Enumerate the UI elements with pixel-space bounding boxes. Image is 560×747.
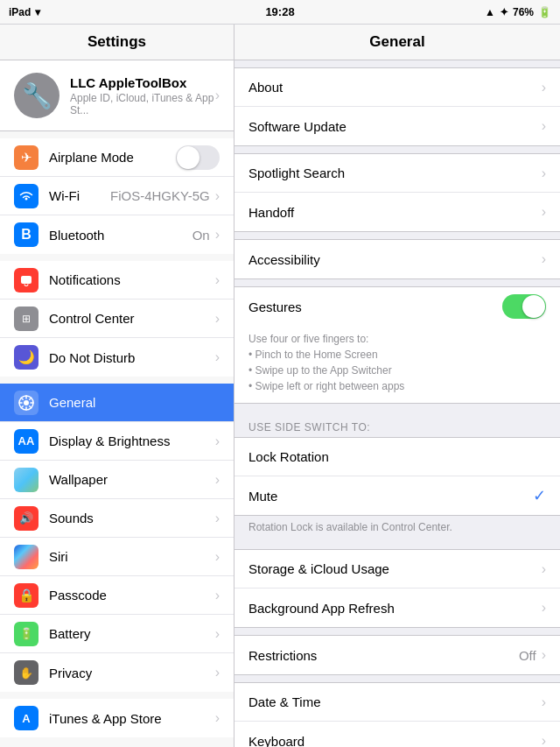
handoff-chevron-icon: › (542, 204, 546, 220)
itunes-chevron-icon: › (215, 710, 220, 726)
itunes-icon: A (14, 706, 38, 730)
passcode-icon: 🔒 (14, 583, 38, 608)
bluetooth-icon: B (14, 222, 38, 247)
privacy-icon: ✋ (14, 660, 38, 685)
sidebar-item-general[interactable]: General (0, 384, 234, 422)
accessibility-group: Accessibility › (234, 239, 560, 279)
bluetooth-value: On (192, 228, 210, 243)
gestures-section: Gestures Use four or five fingers to: • … (234, 286, 560, 404)
dnd-icon: 🌙 (14, 345, 38, 370)
store-group: A iTunes & App Store › (0, 699, 234, 737)
datetime-chevron-icon: › (542, 694, 546, 710)
svg-point-2 (24, 400, 29, 405)
control-center-label: Control Center (49, 311, 215, 326)
airplane-label: Airplane Mode (49, 150, 176, 165)
handoff-label: Handoff (248, 205, 542, 220)
restrictions-chevron-icon: › (542, 647, 546, 663)
wallpaper-icon (14, 468, 38, 492)
wallpaper-label: Wallpaper (49, 472, 215, 487)
profile-card[interactable]: 🔧 LLC AppleToolBox Apple ID, iCloud, iTu… (0, 60, 234, 131)
sidebar-item-passcode[interactable]: 🔒 Passcode › (0, 576, 234, 615)
dnd-label: Do Not Disturb (49, 350, 215, 365)
gestures-description: Use four or five fingers to: • Pinch to … (234, 326, 560, 403)
accessibility-chevron-icon: › (542, 251, 546, 267)
status-left: iPad ▾ (9, 6, 40, 18)
general-item-bg-refresh[interactable]: Background App Refresh › (234, 588, 560, 627)
general-item-keyboard[interactable]: Keyboard › (234, 722, 560, 747)
restrictions-group: Restrictions Off › (234, 635, 560, 675)
about-group: About › Software Update › (234, 67, 560, 146)
connectivity-group: ✈ Airplane Mode Wi-Fi FiOS-4HGKY-5G › (0, 138, 234, 254)
sidebar-item-wallpaper[interactable]: Wallpaper › (0, 461, 234, 499)
rotation-note: Rotation Lock is available in Control Ce… (234, 516, 560, 542)
general-item-restrictions[interactable]: Restrictions Off › (234, 636, 560, 674)
general-panel-header: General (234, 25, 560, 60)
sidebar-item-battery[interactable]: 🔋 Battery › (0, 615, 234, 653)
mute-item[interactable]: Mute ✓ (234, 476, 560, 515)
wifi-value: FiOS-4HGKY-5G (110, 188, 210, 203)
control-center-chevron-icon: › (215, 311, 220, 327)
wallpaper-chevron-icon: › (215, 472, 220, 488)
display-chevron-icon: › (215, 433, 220, 449)
main-settings-group: General AA Display & Brightness › Wallpa… (0, 384, 234, 692)
restrictions-value: Off (519, 648, 536, 663)
sidebar-item-display[interactable]: AA Display & Brightness › (0, 422, 234, 461)
notifications-chevron-icon: › (215, 272, 220, 288)
settings-panel-header: Settings (0, 25, 234, 60)
battery-percent: 76% (513, 6, 534, 18)
siri-chevron-icon: › (215, 549, 220, 565)
general-item-datetime[interactable]: Date & Time › (234, 683, 560, 722)
general-item-accessibility[interactable]: Accessibility › (234, 240, 560, 278)
status-time: 19:28 (265, 5, 294, 18)
airplane-toggle[interactable] (176, 145, 220, 170)
profile-name: LLC AppleToolBox (70, 75, 215, 90)
notifications-icon (14, 268, 38, 292)
status-bar: iPad ▾ 19:28 ▲ ✦ 76% 🔋 (0, 0, 560, 25)
keyboard-chevron-icon: › (542, 733, 546, 747)
wifi-signal-icon: ▾ (35, 6, 40, 18)
sidebar-item-notifications[interactable]: Notifications › (0, 261, 234, 300)
profile-info: LLC AppleToolBox Apple ID, iCloud, iTune… (70, 75, 215, 116)
wifi-chevron-icon: › (215, 188, 220, 204)
lock-rotation-label: Lock Rotation (248, 449, 546, 464)
sounds-icon: 🔊 (14, 506, 38, 531)
battery-chevron-icon: › (215, 626, 220, 642)
keyboard-label: Keyboard (248, 734, 542, 748)
software-update-label: Software Update (248, 119, 542, 134)
general-item-spotlight[interactable]: Spotlight Search › (234, 154, 560, 193)
sidebar-item-control-center[interactable]: ⊞ Control Center › (0, 300, 234, 338)
general-item-software-update[interactable]: Software Update › (234, 107, 560, 145)
siri-icon (14, 545, 38, 569)
sidebar-item-wifi[interactable]: Wi-Fi FiOS-4HGKY-5G › (0, 177, 234, 215)
sidebar-item-airplane[interactable]: ✈ Airplane Mode (0, 138, 234, 177)
wifi-label: Wi-Fi (49, 188, 110, 203)
toggle-thumb (177, 146, 200, 169)
location-icon: ✦ (500, 6, 508, 18)
general-item-storage[interactable]: Storage & iCloud Usage › (234, 550, 560, 588)
spotlight-chevron-icon: › (542, 166, 546, 181)
software-update-chevron-icon: › (542, 118, 546, 134)
bg-refresh-label: Background App Refresh (248, 601, 542, 616)
ipad-label: iPad (9, 6, 31, 18)
sidebar-item-siri[interactable]: Siri › (0, 538, 234, 576)
airplane-icon: ✈ (14, 145, 38, 170)
gestures-toggle[interactable] (502, 294, 546, 319)
sidebar-item-bluetooth[interactable]: B Bluetooth On › (0, 215, 234, 254)
general-panel: General About › Software Update › Spotli… (234, 25, 560, 747)
sidebar-item-sounds[interactable]: 🔊 Sounds › (0, 499, 234, 538)
sidebar-item-dnd[interactable]: 🌙 Do Not Disturb › (0, 338, 234, 377)
profile-subtitle: Apple ID, iCloud, iTunes & App St... (70, 92, 215, 116)
storage-group: Storage & iCloud Usage › Background App … (234, 549, 560, 628)
lock-rotation-item[interactable]: Lock Rotation (234, 438, 560, 476)
general-item-about[interactable]: About › (234, 68, 560, 107)
bluetooth-label: Bluetooth (49, 228, 192, 243)
spotlight-group: Spotlight Search › Handoff › (234, 153, 560, 232)
sidebar-item-itunes[interactable]: A iTunes & App Store › (0, 699, 234, 737)
bluetooth-icon: ▲ (485, 6, 495, 18)
general-icon (14, 391, 38, 415)
passcode-chevron-icon: › (215, 588, 220, 603)
sounds-chevron-icon: › (215, 511, 220, 526)
battery-label: Battery (49, 626, 215, 641)
general-item-handoff[interactable]: Handoff › (234, 193, 560, 231)
sidebar-item-privacy[interactable]: ✋ Privacy › (0, 653, 234, 692)
